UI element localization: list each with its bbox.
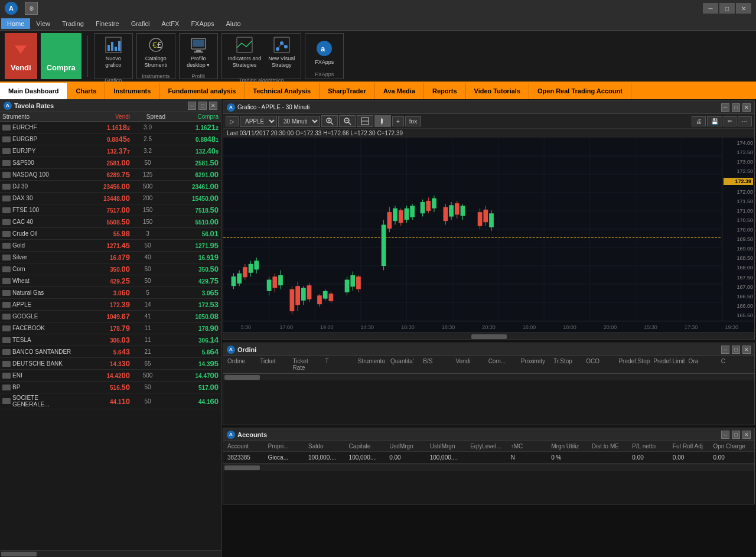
rates-scrollbar-thumb[interactable]: [1, 552, 37, 556]
orders-maximize-btn[interactable]: □: [732, 346, 740, 354]
menu-item-aiuto[interactable]: Aiuto: [220, 18, 247, 29]
tab-charts[interactable]: Charts: [68, 83, 106, 99]
rate-row-societe[interactable]: SOCIETE GENERALE... 44.110 50 44.160: [0, 393, 221, 409]
maximize-button[interactable]: □: [719, 3, 735, 14]
accounts-scrollbar[interactable]: [223, 464, 754, 471]
chart-tb-candle-btn[interactable]: [374, 115, 391, 127]
chart-tb-btn2[interactable]: [339, 115, 356, 127]
new-chart-button[interactable]: Nuovografico: [98, 29, 129, 75]
rate-row-corn[interactable]: Corn 350.00 50 350.50: [0, 263, 221, 275]
rate-row-deutsche[interactable]: DEUTSCHE BANK 14.330 65 14.395: [0, 358, 221, 370]
rate-row-bp[interactable]: BP 516.50 50 517.00: [0, 382, 221, 393]
rate-name-eurgbp: EURGBP: [2, 136, 77, 142]
visual-strategy-label: New VisualStrategy: [268, 56, 295, 69]
menu-item-grafici[interactable]: Grafici: [125, 18, 156, 29]
chart-timeframe-select[interactable]: 30 Minuti 1 Minuto 5 Minuti 1 Ora 1 Gior…: [278, 116, 320, 127]
tab-technical[interactable]: Technical Analysis: [245, 83, 320, 99]
menu-item-trading[interactable]: Trading: [56, 18, 90, 29]
chart-tb-draw-btn[interactable]: ✏: [724, 116, 737, 126]
rate-row-google[interactable]: GOOGLE 1049.67 41 1050.08: [0, 311, 221, 323]
chart-minimize-btn[interactable]: ─: [721, 103, 729, 112]
price-1715: 171.50: [724, 198, 753, 204]
tab-fundamental[interactable]: Fundamental analysis: [159, 83, 245, 99]
rates-close-btn[interactable]: ✕: [209, 102, 217, 110]
minimize-button[interactable]: ─: [703, 3, 718, 14]
menu-item-view[interactable]: View: [30, 18, 56, 29]
rate-flag-sp500: [2, 160, 11, 166]
rate-row-apple[interactable]: APPLE 172.39 14 172.53: [0, 299, 221, 311]
rate-row-eurchf[interactable]: EURCHF 1.16182 3.0 1.16212: [0, 122, 221, 133]
rates-scrollbar[interactable]: [0, 550, 221, 557]
rate-row-dj30[interactable]: DJ 30 23456.00 500 23461.00: [0, 181, 221, 193]
accounts-maximize-btn[interactable]: □: [732, 431, 740, 439]
rate-row-silver[interactable]: Silver 16.879 40 16.919: [0, 252, 221, 263]
rate-row-eurgbp[interactable]: EURGBP 0.88456 2.5 0.88481: [0, 133, 221, 145]
rates-maximize-btn[interactable]: □: [198, 102, 207, 110]
chart-nav-btn[interactable]: ▷: [226, 116, 239, 126]
rate-row-tesla[interactable]: TESLA 306.03 11 306.14: [0, 334, 221, 346]
chart-tb-btn1[interactable]: [321, 115, 338, 127]
rate-row-facebook[interactable]: FACEBOOK 178.79 11 178.90: [0, 323, 221, 334]
tab-video[interactable]: Video Tutorials: [466, 83, 529, 99]
rate-row-crude[interactable]: Crude Oil 55.98 3 56.01: [0, 228, 221, 240]
accounts-minimize-btn[interactable]: ─: [721, 431, 729, 439]
tab-reports[interactable]: Reports: [424, 83, 466, 99]
menu-item-fxapps[interactable]: FXApps: [185, 18, 220, 29]
accounts-close-btn[interactable]: ✕: [742, 431, 751, 439]
tools-icon[interactable]: ⚙: [25, 2, 38, 15]
orders-minimize-btn[interactable]: ─: [721, 346, 729, 354]
tab-instruments[interactable]: Instruments: [105, 83, 159, 99]
rate-row-eurjpy[interactable]: EURJPY 132.377 3.2 132.409: [0, 145, 221, 157]
chart-canvas[interactable]: [223, 138, 722, 321]
visual-strategy-button[interactable]: New VisualStrategy: [266, 29, 297, 75]
rates-minimize-btn[interactable]: ─: [188, 102, 196, 110]
rate-row-ftse100[interactable]: FTSE 100 7517.00 150 7518.50: [0, 204, 221, 216]
orders-close-btn[interactable]: ✕: [742, 346, 751, 354]
tab-main-dashboard[interactable]: Main Dashboard: [0, 83, 68, 99]
rate-row-eni[interactable]: ENI 14.4200 500 14.4700: [0, 370, 221, 382]
chart-tb-btn3[interactable]: [357, 115, 373, 127]
svg-line-27: [331, 122, 333, 125]
rate-name-bp: BP: [2, 384, 77, 390]
rate-row-sp500[interactable]: S&P500 2581.00 50 2581.50: [0, 157, 221, 169]
chart-tb-print-btn[interactable]: 🖨: [692, 116, 706, 126]
time-1930: 19:30: [711, 324, 752, 330]
rate-row-nasdaq[interactable]: NASDAQ 100 6289.75 125 6291.00: [0, 169, 221, 181]
accounts-cell-usdmrgn: 0.00: [387, 454, 428, 461]
indicators-label: Indicators andStrategies: [228, 56, 262, 69]
chart-close-btn[interactable]: ✕: [742, 103, 751, 112]
orders-scrollbar[interactable]: [223, 373, 754, 380]
rate-row-natgas[interactable]: Natural Gas 3.060 5 3.065: [0, 287, 221, 299]
menu-item-home[interactable]: Home: [1, 18, 30, 29]
profile-button[interactable]: Profilodesktop ▾: [183, 33, 214, 71]
accounts-scrollbar-thumb[interactable]: [224, 465, 260, 470]
indicators-button[interactable]: Indicators andStrategies: [226, 29, 264, 75]
price-1665: 166.50: [724, 294, 753, 299]
chart-instrument-select[interactable]: APPLE: [240, 116, 277, 127]
time-1900: 19:00: [307, 324, 347, 330]
catalog-button[interactable]: € £ CatalogoStrumenti: [141, 33, 171, 71]
chart-tb-more-btn[interactable]: ⋯: [738, 116, 752, 126]
close-button[interactable]: ✕: [736, 3, 751, 14]
fxapps-button[interactable]: a FXApps: [309, 35, 340, 69]
tab-sharptrader[interactable]: SharpTrader: [320, 83, 375, 99]
rate-row-gold[interactable]: Gold 1271.45 50 1271.95: [0, 240, 221, 252]
tab-ava-media[interactable]: Ava Media: [375, 83, 424, 99]
menu-item-finestre[interactable]: Finestre: [90, 18, 125, 29]
rate-row-banco[interactable]: BANCO SANTANDER 5.643 21 5.664: [0, 346, 221, 358]
chart-tb-save-btn[interactable]: 💾: [707, 116, 722, 126]
chart-maximize-btn[interactable]: □: [732, 103, 740, 112]
buy-button[interactable]: Compra: [41, 33, 82, 79]
orders-scrollbar-thumb[interactable]: [224, 375, 260, 380]
svg-line-23: [282, 43, 286, 47]
chart-scrollbar-thumb[interactable]: [471, 334, 507, 339]
chart-scrollbar[interactable]: [223, 333, 754, 340]
rate-row-wheat[interactable]: Wheat 429.25 50 429.75: [0, 275, 221, 287]
tab-open-account[interactable]: Open Real Trading Account: [529, 83, 631, 99]
rate-row-cac40[interactable]: CAC 40 5508.50 150 5510.00: [0, 216, 221, 228]
menu-item-actfx[interactable]: ActFX: [155, 18, 185, 29]
chart-tb-fox-btn[interactable]: fox: [405, 116, 421, 126]
rate-row-dax30[interactable]: DAX 30 13448.00 200 15450.00: [0, 193, 221, 204]
sell-button[interactable]: Vendi: [5, 33, 37, 79]
chart-tb-plus-btn[interactable]: +: [392, 116, 404, 126]
